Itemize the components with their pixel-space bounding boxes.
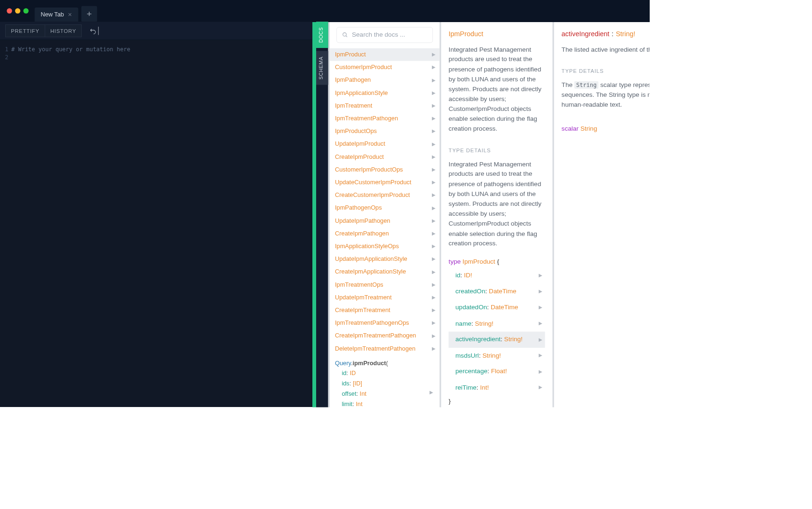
svg-point-0 xyxy=(343,33,346,36)
chevron-right-icon: ▶ xyxy=(432,333,435,338)
type-details-label: TYPE DETAILS xyxy=(449,148,545,154)
type-row[interactable]: IpmTreatmentPathogenOps▶ xyxy=(330,317,440,329)
field-row[interactable]: createdOn: DateTime▶ xyxy=(449,284,545,300)
chevron-right-icon: ▶ xyxy=(432,103,435,108)
type-row[interactable]: UpdateIpmProduct▶ xyxy=(330,138,440,150)
undo-icon xyxy=(89,27,97,34)
chevron-right-icon: ▶ xyxy=(539,368,542,376)
editor-toolbar: PRETTIFY HISTORY xyxy=(0,22,312,39)
docs-tab[interactable]: DOCS xyxy=(316,22,328,48)
history-button[interactable]: HISTORY xyxy=(45,24,82,37)
chevron-right-icon: ▶ xyxy=(432,90,435,95)
chevron-right-icon: ▶ xyxy=(432,307,435,313)
field-row[interactable]: updatedOn: DateTime▶ xyxy=(449,300,545,316)
chevron-right-icon: ▶ xyxy=(432,116,435,121)
field-row[interactable]: reiTime: Int!▶ xyxy=(449,380,545,396)
code-editor[interactable]: 1 2 # Write your query or mutation here xyxy=(0,40,312,407)
type-row[interactable]: CreateIpmTreatment▶ xyxy=(330,304,440,316)
type-row[interactable]: CreateIpmProduct▶ xyxy=(330,150,440,163)
docs-type-list-column: IpmProduct▶CustomerIpmProduct▶IpmPathoge… xyxy=(328,22,440,407)
chevron-right-icon: ▶ xyxy=(432,218,435,223)
query-editor-panel: PRETTIFY HISTORY 1 2 # Write your query … xyxy=(0,22,312,407)
field-description: The listed active ingredient of the prod… xyxy=(562,45,650,55)
close-tab-icon[interactable]: ✕ xyxy=(68,12,72,18)
tab-active[interactable]: New Tab ✕ xyxy=(35,8,79,22)
tab-bar: New Tab ✕ + xyxy=(35,0,97,22)
field-type-details-label: TYPE DETAILS xyxy=(562,68,650,74)
chevron-right-icon: ▶ xyxy=(432,346,435,351)
undo-button[interactable] xyxy=(86,24,103,37)
search-icon xyxy=(342,31,348,38)
chevron-right-icon: ▶ xyxy=(432,180,435,185)
type-row[interactable]: CreateIpmPathogen▶ xyxy=(330,227,440,240)
field-row[interactable]: name: String!▶ xyxy=(449,316,545,332)
chevron-right-icon: ▶ xyxy=(432,65,435,70)
type-row[interactable]: IpmProductOps▶ xyxy=(330,125,440,138)
type-row[interactable]: CustomerIpmProductOps▶ xyxy=(330,163,440,176)
chevron-right-icon: ▶ xyxy=(432,52,435,57)
minimize-window-icon[interactable] xyxy=(15,8,20,14)
type-row[interactable]: IpmProduct▶ xyxy=(330,48,440,61)
field-row[interactable]: percentage: Float!▶ xyxy=(449,364,545,380)
side-tabs: DOCS SCHEMA xyxy=(316,22,328,407)
type-row[interactable]: UpdateIpmTreatment▶ xyxy=(330,291,440,304)
chevron-right-icon: ▶ xyxy=(539,272,542,280)
type-row[interactable]: IpmPathogenOps▶ xyxy=(330,202,440,214)
chevron-right-icon: ▶ xyxy=(432,257,435,262)
chevron-right-icon: ▶ xyxy=(432,282,435,287)
type-list[interactable]: IpmProduct▶CustomerIpmProduct▶IpmPathoge… xyxy=(330,48,440,407)
type-row[interactable]: IpmTreatmentOps▶ xyxy=(330,278,440,291)
chevron-right-icon: ▶ xyxy=(432,243,435,249)
type-row[interactable]: IpmPathogen▶ xyxy=(330,74,440,86)
chevron-right-icon: ▶ xyxy=(432,154,435,159)
docs-panel: IpmProduct▶CustomerIpmProduct▶IpmPathoge… xyxy=(328,22,650,407)
type-details-description: Integrated Pest Management products are … xyxy=(449,159,545,249)
scalar-description: The String scalar type represents textua… xyxy=(562,80,650,110)
chevron-right-icon: ▶ xyxy=(539,304,542,312)
prettify-button[interactable]: PRETTIFY xyxy=(5,24,45,37)
title-bar: New Tab ✕ + xyxy=(0,0,650,22)
type-row[interactable]: CustomerIpmProduct▶ xyxy=(330,61,440,74)
add-tab-button[interactable]: + xyxy=(81,6,97,22)
chevron-right-icon: ▶ xyxy=(539,384,542,392)
text-cursor xyxy=(98,26,99,35)
chevron-right-icon: ▶ xyxy=(432,141,435,147)
type-row[interactable]: CreateIpmApplicationStyle▶ xyxy=(330,266,440,278)
field-row[interactable]: activeIngredient: String!▶ xyxy=(449,332,545,348)
type-row[interactable]: IpmApplicationStyleOps▶ xyxy=(330,240,440,252)
chevron-right-icon: ▶ xyxy=(432,78,435,83)
type-row[interactable]: IpmTreatmentPathogen▶ xyxy=(330,112,440,125)
close-window-icon[interactable] xyxy=(7,8,12,14)
chevron-right-icon: ▶ xyxy=(539,288,542,296)
type-row[interactable]: CreateCustomerIpmProduct▶ xyxy=(330,189,440,202)
scalar-definition: scalar String xyxy=(562,124,650,135)
type-row[interactable]: UpdateIpmApplicationStyle▶ xyxy=(330,253,440,266)
type-row[interactable]: UpdateCustomerIpmProduct▶ xyxy=(330,176,440,188)
docs-search-input[interactable] xyxy=(352,31,427,39)
docs-search[interactable] xyxy=(336,27,433,43)
chevron-right-icon: ▶ xyxy=(432,269,435,274)
type-definition: type IpmProduct { id: ID!▶createdOn: Dat… xyxy=(449,256,545,407)
field-row[interactable]: msdsUrl: String!▶ xyxy=(449,348,545,364)
tab-label: New Tab xyxy=(40,11,64,18)
type-row[interactable]: UpdateIpmPathogen▶ xyxy=(330,214,440,227)
type-row[interactable]: CreateIpmTreatmentPathogen▶ xyxy=(330,329,440,342)
line-gutter: 1 2 xyxy=(0,45,11,407)
chevron-right-icon: ▶ xyxy=(432,129,435,134)
type-row[interactable]: IpmApplicationStyle▶ xyxy=(330,86,440,99)
docs-divider[interactable] xyxy=(312,22,316,407)
code-body[interactable]: # Write your query or mutation here xyxy=(11,45,130,407)
maximize-window-icon[interactable] xyxy=(24,8,29,14)
chevron-right-icon: ▶ xyxy=(432,321,435,326)
schema-tab[interactable]: SCHEMA xyxy=(316,51,328,85)
query-field[interactable]: Query.ipmProduct(id: IDids: [ID]offset: … xyxy=(330,355,440,407)
chevron-right-icon: ▶ xyxy=(539,320,542,328)
docs-type-detail-column: IpmProduct Integrated Pest Management pr… xyxy=(439,22,552,407)
svg-line-1 xyxy=(346,36,347,37)
chevron-right-icon: ▶ xyxy=(432,205,435,211)
field-row[interactable]: id: ID!▶ xyxy=(449,267,545,283)
type-row[interactable]: IpmTreatment▶ xyxy=(330,99,440,112)
field-title: activeIngredient: String! xyxy=(562,30,650,38)
chevron-right-icon: ▶ xyxy=(432,231,435,236)
type-row[interactable]: DeleteIpmTreatmentPathogen▶ xyxy=(330,342,440,355)
